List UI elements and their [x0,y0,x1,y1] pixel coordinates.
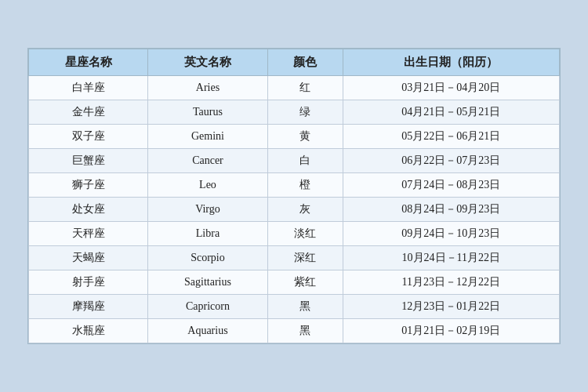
cell-dates: 01月21日－02月19日 [343,319,559,343]
cell-english: Libra [148,222,267,246]
table-row: 巨蟹座Cancer白06月22日－07月23日 [29,149,560,173]
cell-dates: 10月24日－11月22日 [343,246,559,270]
cell-dates: 08月24日－09月23日 [343,198,559,222]
cell-color: 绿 [267,100,343,125]
table-row: 射手座Sagittarius紫红11月23日－12月22日 [29,270,560,295]
cell-chinese: 射手座 [29,270,148,295]
cell-dates: 03月21日－04月20日 [343,76,559,100]
cell-english: Virgo [148,198,267,222]
col-header-color: 颜色 [267,49,343,76]
cell-color: 黑 [267,319,343,343]
cell-color: 白 [267,149,343,173]
cell-chinese: 金牛座 [29,100,148,125]
cell-chinese: 摩羯座 [29,295,148,319]
cell-chinese: 天蝎座 [29,246,148,270]
table-row: 金牛座Taurus绿04月21日－05月21日 [29,100,560,125]
table-row: 白羊座Aries红03月21日－04月20日 [29,76,560,100]
cell-dates: 06月22日－07月23日 [343,149,559,173]
col-header-chinese: 星座名称 [29,49,148,76]
cell-dates: 09月24日－10月23日 [343,222,559,246]
cell-dates: 07月24日－08月23日 [343,173,559,198]
cell-color: 淡红 [267,222,343,246]
table-row: 双子座Gemini黄05月22日－06月21日 [29,125,560,149]
zodiac-table: 星座名称 英文名称 颜色 出生日期（阳历） 白羊座Aries红03月21日－04… [28,49,560,343]
cell-color: 黄 [267,125,343,149]
zodiac-table-wrapper: 星座名称 英文名称 颜色 出生日期（阳历） 白羊座Aries红03月21日－04… [27,48,561,344]
cell-color: 红 [267,76,343,100]
cell-color: 紫红 [267,270,343,295]
table-body: 白羊座Aries红03月21日－04月20日金牛座Taurus绿04月21日－0… [29,76,560,343]
cell-color: 橙 [267,173,343,198]
cell-dates: 05月22日－06月21日 [343,125,559,149]
cell-english: Sagittarius [148,270,267,295]
cell-chinese: 巨蟹座 [29,149,148,173]
cell-chinese: 天秤座 [29,222,148,246]
cell-chinese: 狮子座 [29,173,148,198]
table-row: 处女座Virgo灰08月24日－09月23日 [29,198,560,222]
cell-english: Taurus [148,100,267,125]
cell-color: 灰 [267,198,343,222]
cell-english: Scorpio [148,246,267,270]
table-row: 水瓶座Aquarius黑01月21日－02月19日 [29,319,560,343]
col-header-dates: 出生日期（阳历） [343,49,559,76]
table-row: 狮子座Leo橙07月24日－08月23日 [29,173,560,198]
cell-dates: 11月23日－12月22日 [343,270,559,295]
cell-english: Leo [148,173,267,198]
cell-color: 深红 [267,246,343,270]
cell-chinese: 处女座 [29,198,148,222]
col-header-english: 英文名称 [148,49,267,76]
cell-dates: 04月21日－05月21日 [343,100,559,125]
table-row: 摩羯座Capricorn黑12月23日－01月22日 [29,295,560,319]
cell-dates: 12月23日－01月22日 [343,295,559,319]
cell-chinese: 白羊座 [29,76,148,100]
cell-chinese: 双子座 [29,125,148,149]
cell-english: Gemini [148,125,267,149]
cell-english: Aries [148,76,267,100]
cell-english: Aquarius [148,319,267,343]
table-row: 天蝎座Scorpio深红10月24日－11月22日 [29,246,560,270]
cell-english: Cancer [148,149,267,173]
cell-color: 黑 [267,295,343,319]
cell-chinese: 水瓶座 [29,319,148,343]
cell-english: Capricorn [148,295,267,319]
table-header-row: 星座名称 英文名称 颜色 出生日期（阳历） [29,49,560,76]
table-row: 天秤座Libra淡红09月24日－10月23日 [29,222,560,246]
